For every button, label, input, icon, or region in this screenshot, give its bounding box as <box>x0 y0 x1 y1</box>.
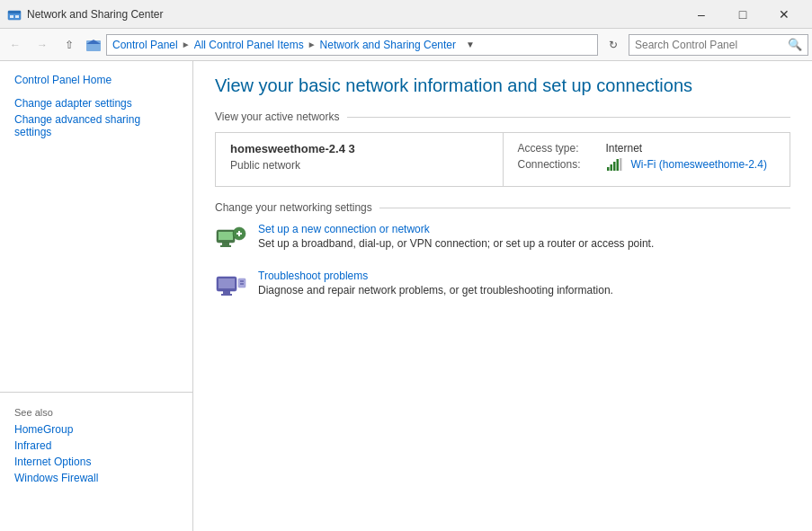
svg-rect-20 <box>223 291 230 294</box>
sidebar-link-homegroup[interactable]: HomeGroup <box>0 421 192 438</box>
access-type-label: Access type: <box>518 142 599 155</box>
new-connection-item: Set up a new connection or network Set u… <box>215 223 790 255</box>
sidebar-link-advanced[interactable]: Change advanced sharingsettings <box>0 111 192 140</box>
search-bar: 🔍 <box>629 34 808 56</box>
svg-rect-8 <box>613 162 616 171</box>
addressbar: ← → ⇧ Control Panel ► All Control Panel … <box>0 29 812 61</box>
back-button[interactable]: ← <box>4 33 27 57</box>
breadcrumb-bar: Control Panel ► All Control Panel Items … <box>106 34 598 56</box>
breadcrumb-dropdown-button[interactable]: ▼ <box>460 34 481 56</box>
svg-rect-14 <box>220 245 231 247</box>
troubleshoot-link[interactable]: Troubleshoot problems <box>258 270 368 282</box>
sidebar-link-internet-options[interactable]: Internet Options <box>0 454 192 470</box>
location-icon <box>85 36 103 54</box>
maximize-button[interactable]: □ <box>722 0 763 29</box>
network-info-right: Access type: Internet Connections: <box>504 133 790 186</box>
breadcrumb-cp[interactable]: Control Panel <box>112 39 178 51</box>
svg-rect-7 <box>610 164 612 171</box>
sidebar-link-cp-home[interactable]: Control Panel Home <box>0 72 192 88</box>
troubleshoot-text: Troubleshoot problems Diagnose and repai… <box>258 270 613 296</box>
network-info-left: homesweethome-2.4 3 Public network <box>216 133 504 186</box>
close-button[interactable]: ✕ <box>763 0 805 29</box>
svg-rect-13 <box>222 243 229 245</box>
sidebar: Control Panel Home Change adapter settin… <box>0 61 193 531</box>
forward-button[interactable]: → <box>31 33 54 57</box>
svg-rect-6 <box>607 167 610 171</box>
new-connection-desc: Set up a broadband, dial-up, or VPN conn… <box>258 237 654 250</box>
svg-rect-12 <box>219 232 233 240</box>
svg-rect-21 <box>221 294 232 296</box>
minimize-button[interactable]: – <box>681 0 722 29</box>
connections-row: Connections: Wi-Fi (homesweethome-2.4) <box>518 158 776 173</box>
svg-rect-1 <box>8 11 21 13</box>
svg-rect-19 <box>219 279 235 288</box>
page-title: View your basic network information and … <box>215 75 790 96</box>
titlebar: Network and Sharing Center – □ ✕ <box>0 0 812 29</box>
window-icon <box>7 7 22 22</box>
network-name: homesweethome-2.4 3 <box>230 142 488 155</box>
wifi-signal-icon <box>606 158 622 173</box>
new-connection-link[interactable]: Set up a new connection or network <box>258 223 430 235</box>
network-type: Public network <box>230 159 488 172</box>
up-button[interactable]: ⇧ <box>58 33 81 57</box>
sidebar-divider <box>0 392 192 393</box>
breadcrumb-sep-2: ► <box>308 40 317 49</box>
svg-rect-10 <box>620 158 622 171</box>
refresh-button[interactable]: ↻ <box>602 33 625 57</box>
network-card: homesweethome-2.4 3 Public network Acces… <box>215 132 790 187</box>
window-title: Network and Sharing Center <box>27 8 681 21</box>
new-connection-text: Set up a new connection or network Set u… <box>258 223 654 250</box>
sidebar-link-windows-firewall[interactable]: Windows Firewall <box>0 470 192 486</box>
access-type-row: Access type: Internet <box>518 142 776 155</box>
breadcrumb-all[interactable]: All Control Panel Items <box>194 39 304 51</box>
connections-label: Connections: <box>518 158 599 173</box>
see-also-title: See also <box>0 400 192 421</box>
troubleshoot-item: Troubleshoot problems Diagnose and repai… <box>215 270 790 302</box>
troubleshoot-desc: Diagnose and repair network problems, or… <box>258 284 613 296</box>
main-layout: Control Panel Home Change adapter settin… <box>0 61 812 531</box>
svg-rect-2 <box>10 15 13 18</box>
active-networks-header: View your active networks <box>215 111 790 123</box>
new-connection-icon <box>215 223 247 255</box>
troubleshoot-icon <box>215 270 247 302</box>
access-type-value: Internet <box>606 142 643 155</box>
breadcrumb-sep-1: ► <box>182 40 191 49</box>
sidebar-link-adapter[interactable]: Change adapter settings <box>0 95 192 111</box>
breadcrumb-nsc[interactable]: Network and Sharing Center <box>320 39 456 51</box>
svg-rect-9 <box>616 159 619 171</box>
search-input[interactable] <box>635 39 788 51</box>
window-controls: – □ ✕ <box>681 0 805 29</box>
svg-rect-3 <box>15 15 19 18</box>
search-button[interactable]: 🔍 <box>788 38 802 51</box>
content-area: View your basic network information and … <box>193 61 812 531</box>
svg-rect-22 <box>238 279 245 288</box>
sidebar-link-infrared[interactable]: Infrared <box>0 438 192 454</box>
change-settings-header: Change your networking settings <box>215 201 790 214</box>
wifi-connection-link[interactable]: Wi-Fi (homesweethome-2.4) <box>631 158 767 173</box>
